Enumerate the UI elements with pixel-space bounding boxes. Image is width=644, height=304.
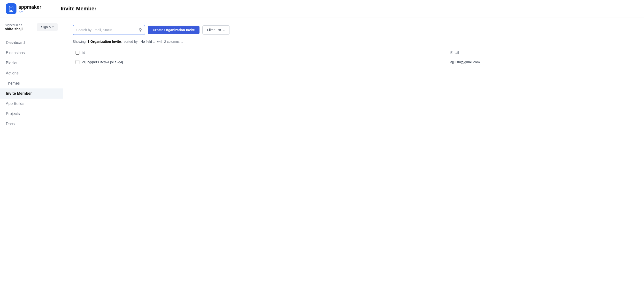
svg-rect-2 — [10, 7, 12, 7]
select-all-checkbox[interactable] — [76, 51, 80, 55]
data-table: Id Email clj5ngqh000sqyw0jo1f5jq4j ajjui… — [73, 48, 634, 67]
search-icon: ⚲ — [139, 27, 142, 32]
sidebar-item-docs[interactable]: Docs — [0, 119, 63, 129]
filter-list-label: Filter List — [207, 28, 221, 32]
table-row: clj5ngqh000sqyw0jo1f5jq4j ajjuism@gmail.… — [73, 57, 634, 67]
header-checkbox-col — [73, 51, 82, 55]
row-checkbox[interactable] — [76, 60, 80, 64]
logo-area[interactable]: appmaker .xyz — [6, 3, 42, 14]
row-id: clj5ngqh000sqyw0jo1f5jq4j — [82, 60, 450, 64]
create-invite-button[interactable]: Create Organization Invite — [148, 26, 200, 34]
search-wrapper: ⚲ — [73, 25, 145, 35]
filter-list-button[interactable]: Filter List ⌄ — [202, 25, 230, 34]
search-input[interactable] — [73, 26, 136, 34]
logo-text: appmaker .xyz — [18, 4, 42, 12]
chevron-down-icon: ⌄ — [222, 28, 225, 32]
summary-sort-label: sorted by — [124, 40, 138, 43]
header-email-col: Email — [450, 51, 634, 55]
logo-icon — [6, 3, 16, 14]
row-checkbox-col — [73, 60, 82, 64]
summary-prefix: Showing — [73, 40, 86, 43]
summary-row: Showing 1 Organization Invite, sorted by… — [73, 40, 634, 43]
sort-field-value: No field — [140, 40, 152, 43]
user-section: Signed in as shifa shaji Sign out — [0, 23, 63, 36]
header-id-col: Id — [82, 51, 450, 55]
sidebar-item-actions[interactable]: Actions — [0, 68, 63, 78]
user-info: Signed in as shifa shaji — [5, 23, 22, 31]
app-tld: .xyz — [18, 10, 42, 12]
sidebar-item-dashboard[interactable]: Dashboard — [0, 38, 63, 48]
toolbar: ⚲ Create Organization Invite Filter List… — [73, 25, 634, 35]
app-name: appmaker — [18, 4, 42, 10]
signed-in-label: Signed in as — [5, 23, 22, 27]
table-body: clj5ngqh000sqyw0jo1f5jq4j ajjuism@gmail.… — [73, 57, 634, 67]
summary-columns: with 2 columns — [157, 40, 180, 43]
sidebar: Signed in as shifa shaji Sign out Dashbo… — [0, 17, 63, 304]
sort-chevron-icon: ⌄ — [153, 40, 155, 43]
columns-chevron-icon: ⌄ — [180, 40, 184, 43]
svg-rect-3 — [10, 8, 12, 8]
sidebar-item-blocks[interactable]: Blocks — [0, 58, 63, 68]
table-header: Id Email — [73, 48, 634, 57]
summary-count: 1 Organization Invite — [88, 40, 121, 43]
sidebar-item-invite-member[interactable]: Invite Member — [0, 88, 63, 99]
search-button[interactable]: ⚲ — [136, 25, 145, 34]
svg-rect-1 — [10, 10, 12, 11]
sidebar-item-extensions[interactable]: Extensions — [0, 48, 63, 58]
app-header: appmaker .xyz Invite Member — [0, 0, 644, 17]
sidebar-item-themes[interactable]: Themes — [0, 78, 63, 88]
main-content: ⚲ Create Organization Invite Filter List… — [63, 17, 644, 304]
row-email: ajjuism@gmail.com — [450, 60, 634, 64]
user-name: shifa shaji — [5, 27, 22, 31]
sidebar-item-projects[interactable]: Projects — [0, 109, 63, 119]
sign-out-button[interactable]: Sign out — [37, 23, 58, 31]
page-title: Invite Member — [61, 5, 96, 12]
sort-field-link[interactable]: No field ⌄ — [140, 40, 156, 43]
sidebar-item-app-builds[interactable]: App Builds — [0, 99, 63, 109]
nav-list: DashboardExtensionsBlocksActionsThemesIn… — [0, 38, 63, 129]
main-layout: Signed in as shifa shaji Sign out Dashbo… — [0, 17, 644, 304]
